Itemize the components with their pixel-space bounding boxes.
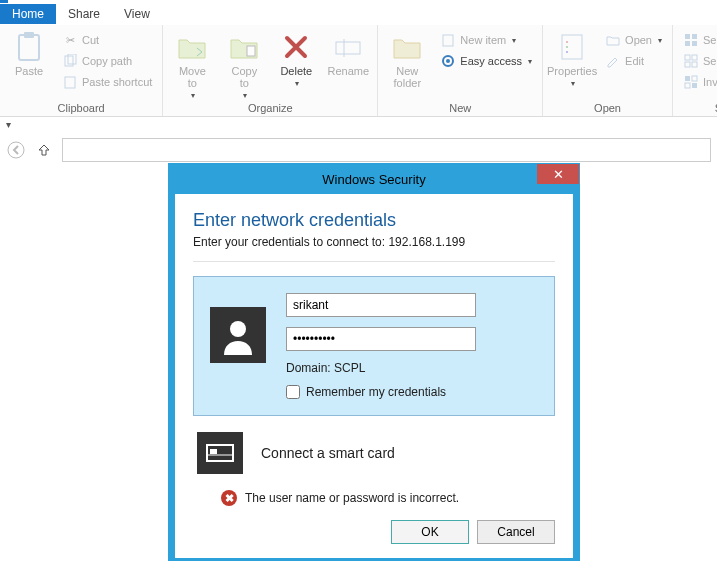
move-to-button[interactable]: Move to▾ [169, 31, 215, 100]
group-new: New folder New item▾ Easy access▾ New [378, 25, 543, 116]
copy-to-icon [228, 31, 260, 63]
svg-rect-22 [692, 62, 697, 67]
up-button[interactable] [34, 140, 54, 160]
folder-icon [391, 31, 423, 63]
new-folder-button[interactable]: New folder [384, 31, 430, 89]
address-bar[interactable] [62, 138, 711, 162]
rename-button[interactable]: Rename [325, 31, 371, 77]
svg-rect-8 [443, 35, 453, 46]
back-button[interactable] [6, 140, 26, 160]
quick-access-toolbar: ▾ [0, 117, 717, 132]
remember-label: Remember my credentials [306, 385, 446, 399]
edit-icon [605, 53, 621, 69]
svg-point-28 [230, 321, 246, 337]
svg-point-12 [566, 41, 568, 43]
edit-button[interactable]: Edit [601, 52, 666, 70]
chevron-down-icon[interactable]: ▾ [6, 119, 11, 130]
group-label-select: Select [679, 102, 717, 116]
clipboard-icon [13, 31, 45, 63]
dialog-subheading: Enter your credentials to connect to: 19… [193, 235, 555, 249]
chevron-down-icon: ▾ [571, 79, 575, 88]
svg-point-27 [8, 142, 24, 158]
delete-button[interactable]: Delete▾ [273, 31, 319, 88]
credentials-panel: Domain: SCPL Remember my credentials [193, 276, 555, 416]
svg-point-14 [566, 51, 568, 53]
ok-button[interactable]: OK [391, 520, 469, 544]
copy-to-button[interactable]: Copy to▾ [221, 31, 267, 100]
svg-rect-24 [692, 83, 697, 88]
svg-rect-0 [19, 35, 39, 60]
svg-rect-21 [685, 62, 690, 67]
cancel-button[interactable]: Cancel [477, 520, 555, 544]
svg-point-10 [446, 59, 450, 63]
dialog-titlebar: Windows Security ✕ [169, 164, 579, 194]
chevron-down-icon: ▾ [243, 91, 247, 100]
navigation-bar [0, 132, 717, 162]
domain-label: Domain: SCPL [286, 361, 476, 375]
error-row: ✖ The user name or password is incorrect… [193, 484, 555, 520]
tab-share[interactable]: Share [56, 4, 112, 24]
svg-rect-4 [65, 77, 75, 88]
group-label-new: New [384, 102, 536, 116]
new-item-button[interactable]: New item▾ [436, 31, 536, 49]
error-icon: ✖ [221, 490, 237, 506]
dialog-heading: Enter network credentials [193, 210, 555, 231]
easy-access-icon [440, 53, 456, 69]
properties-icon [556, 31, 588, 63]
group-label-clipboard: Clipboard [6, 102, 156, 116]
svg-rect-11 [562, 35, 582, 59]
svg-rect-30 [210, 449, 217, 454]
group-clipboard: Paste ✂ Cut Copy path Paste sho [0, 25, 163, 116]
select-none-button[interactable]: Select none [679, 52, 717, 70]
dialog-title: Windows Security [169, 172, 579, 187]
group-label-open: Open [549, 102, 666, 116]
tab-home[interactable]: Home [0, 4, 56, 24]
close-icon: ✕ [553, 167, 564, 182]
svg-rect-6 [336, 42, 360, 54]
select-none-icon [683, 53, 699, 69]
smartcard-label: Connect a smart card [261, 445, 395, 461]
svg-rect-19 [685, 55, 690, 60]
open-button[interactable]: Open▾ [601, 31, 666, 49]
username-field[interactable] [286, 293, 476, 317]
chevron-down-icon: ▾ [658, 36, 662, 45]
svg-point-13 [566, 46, 568, 48]
svg-rect-1 [24, 32, 34, 38]
smartcard-row[interactable]: Connect a smart card [193, 416, 555, 484]
properties-button[interactable]: Properties▾ [549, 31, 595, 88]
ribbon-tabs: Home Share View [0, 3, 717, 25]
scissors-icon: ✂ [62, 32, 78, 48]
svg-rect-20 [692, 55, 697, 60]
svg-rect-5 [247, 46, 255, 56]
svg-rect-17 [685, 41, 690, 46]
svg-rect-25 [692, 76, 697, 81]
group-label-organize: Organize [169, 102, 371, 116]
copy-path-button[interactable]: Copy path [58, 52, 156, 70]
dialog-buttons: OK Cancel [193, 520, 555, 544]
invert-selection-button[interactable]: Invert selection [679, 73, 717, 91]
group-select: Select all Select none Invert selection … [673, 25, 717, 116]
close-button[interactable]: ✕ [537, 164, 579, 184]
chevron-down-icon: ▾ [191, 91, 195, 100]
easy-access-button[interactable]: Easy access▾ [436, 52, 536, 70]
ribbon: Paste ✂ Cut Copy path Paste sho [0, 25, 717, 117]
chevron-down-icon: ▾ [295, 79, 299, 88]
smartcard-icon [197, 432, 243, 474]
select-all-button[interactable]: Select all [679, 31, 717, 49]
remember-checkbox[interactable] [286, 385, 300, 399]
group-organize: Move to▾ Copy to▾ Delete▾ Rename [163, 25, 378, 116]
remember-checkbox-row[interactable]: Remember my credentials [286, 385, 476, 399]
select-all-icon [683, 32, 699, 48]
paste-shortcut-icon [62, 74, 78, 90]
paste-button[interactable]: Paste [6, 31, 52, 77]
password-field[interactable] [286, 327, 476, 351]
svg-rect-23 [685, 76, 690, 81]
new-item-icon [440, 32, 456, 48]
delete-icon [280, 31, 312, 63]
cut-button[interactable]: ✂ Cut [58, 31, 156, 49]
tab-view[interactable]: View [112, 4, 162, 24]
chevron-down-icon: ▾ [512, 36, 516, 45]
rename-icon [332, 31, 364, 63]
paste-shortcut-button[interactable]: Paste shortcut [58, 73, 156, 91]
svg-rect-15 [685, 34, 690, 39]
